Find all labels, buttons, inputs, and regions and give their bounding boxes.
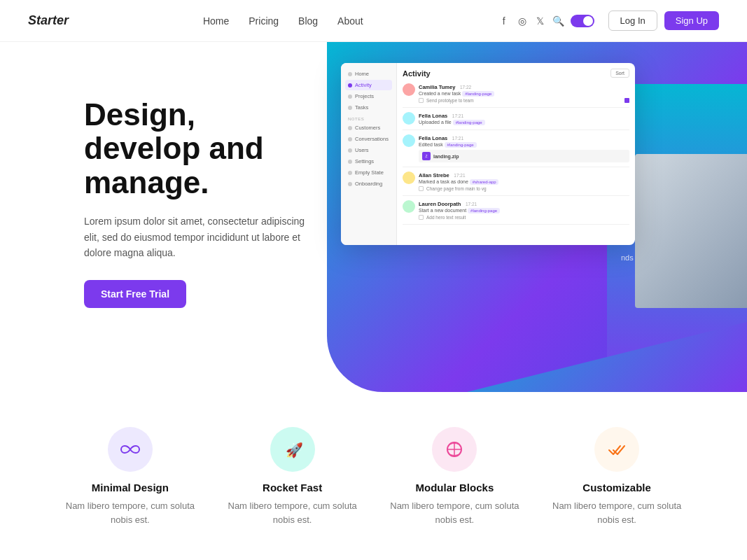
mock-sidebar-conversations: Conversations — [345, 134, 392, 144]
mock-activity-title: Activity — [403, 69, 431, 78]
mock-activity-text-3: Fella Lonas 17:21 Edited task #landing-p… — [419, 134, 629, 162]
mock-app: Home Activity Projects Tasks — [341, 63, 635, 245]
mock-user-4: Allan Strebe — [419, 172, 449, 178]
mock-sidebar-dot-8 — [348, 171, 352, 175]
features-section: Minimal Design Nam libero tempore, cum s… — [0, 378, 747, 560]
mock-activity-header-4: Allan Strebe 17:21 — [419, 172, 629, 178]
mock-sidebar-projects: Projects — [345, 91, 392, 102]
mock-main-content: Activity Sort Camilia Tumey 17:22 — [397, 63, 635, 245]
signup-button[interactable]: Sign Up — [664, 11, 719, 30]
facebook-icon[interactable]: f — [498, 15, 510, 27]
mock-checkbox[interactable] — [419, 98, 424, 103]
mock-user-3: Fella Lonas — [419, 135, 447, 141]
hero-title: Design, develop and manage. — [84, 98, 308, 200]
mock-sidebar-customers: Customers — [345, 122, 392, 133]
mock-purple-dot — [624, 98, 629, 103]
mock-time-5: 17:21 — [466, 202, 477, 206]
nav-pricing[interactable]: Pricing — [249, 15, 279, 27]
mock-sidebar-dot-6 — [348, 148, 352, 153]
mock-tag-1: #landing-page — [462, 91, 494, 97]
mock-sidebar-dot-5 — [348, 137, 352, 141]
nav-about[interactable]: About — [337, 15, 363, 27]
mock-activity-item-4: Allan Strebe 17:21 Marked a task as done… — [403, 172, 629, 196]
nav-home[interactable]: Home — [203, 15, 229, 27]
mock-sidebar-section: NOTES — [348, 117, 392, 121]
twitter-icon[interactable]: 𝕏 — [534, 15, 547, 27]
mock-sidebar-onboarding: Onboarding — [345, 178, 392, 189]
mock-activity-header: Camilia Tumey 17:22 — [419, 83, 629, 90]
theme-toggle[interactable] — [571, 15, 594, 27]
rocket-icon: 🚀 — [283, 440, 302, 459]
mock-desc-5: Start a new document #landing-page — [419, 208, 629, 214]
feature-desc-modular: Nam libero tempore, cum soluta nobis est… — [388, 499, 522, 526]
mock-checkbox-3[interactable] — [419, 215, 424, 220]
mock-header: Activity Sort — [403, 69, 629, 78]
instagram-icon[interactable]: ◎ — [516, 15, 529, 27]
feature-title-modular: Modular Blocks — [416, 482, 494, 493]
mock-sidebar-home: Home — [345, 69, 392, 79]
mock-avatar-4 — [403, 172, 415, 184]
social-icons: f ◎ 𝕏 🔍 — [498, 15, 597, 27]
mock-action-text-3: Add hero text result — [426, 215, 466, 220]
mock-user-2: Fella Lonas — [419, 113, 447, 119]
mock-sidebar-empty: Empty State — [345, 167, 392, 178]
mock-file-name: landing.zip — [433, 154, 459, 159]
mock-activity-item-1: Camilia Tumey 17:22 Created a new task #… — [403, 83, 629, 108]
mock-activity-header-5: Lauren Doorpath 17:21 — [419, 200, 629, 207]
mock-activity-text-5: Lauren Doorpath 17:21 Start a new docume… — [419, 200, 629, 220]
mock-time-4: 17:21 — [454, 173, 465, 178]
mock-tag-5: #landing-page — [468, 208, 500, 214]
brand-logo: Starter — [28, 13, 69, 28]
feature-desc-custom: Nam libero tempore, cum soluta nobis est… — [550, 499, 684, 526]
mock-activity-text-1: Camilia Tumey 17:22 Created a new task #… — [419, 83, 629, 103]
check-double-icon — [607, 440, 627, 459]
mock-activity-text-2: Fella Lonas 17:21 Uploaded a file #landi… — [419, 112, 629, 125]
mock-user-5: Lauren Doorpath — [419, 201, 461, 207]
mock-activity-item-3: Fella Lonas 17:21 Edited task #landing-p… — [403, 134, 629, 167]
feature-icon-rocket: 🚀 — [270, 427, 315, 472]
mock-activity-item-2: Fella Lonas 17:21 Uploaded a file #landi… — [403, 112, 629, 130]
feature-desc-rocket: Nam libero tempore, cum soluta nobis est… — [225, 499, 360, 526]
mock-activity-text-4: Allan Strebe 17:21 Marked a task as done… — [419, 172, 629, 191]
feature-modular-blocks: Modular Blocks Nam libero tempore, cum s… — [381, 420, 529, 533]
search-icon[interactable]: 🔍 — [552, 15, 565, 27]
feature-icon-custom — [594, 427, 639, 472]
mock-time-2: 17:21 — [452, 113, 463, 118]
feature-rocket-fast: 🚀 Rocket Fast Nam libero tempore, cum so… — [218, 420, 367, 533]
mock-avatar-1 — [403, 83, 415, 96]
mock-checkbox-2[interactable] — [419, 186, 424, 191]
feature-icon-minimal — [108, 427, 153, 472]
mock-sort-button[interactable]: Sort — [610, 69, 629, 78]
mock-avatar-5 — [403, 200, 415, 213]
person-silhouette — [635, 154, 747, 308]
start-trial-button[interactable]: Start Free Trial — [84, 280, 186, 308]
mock-desc-4: Marked a task as done #shared-app — [419, 179, 629, 185]
mock-sidebar-tasks: Tasks — [345, 102, 392, 113]
mock-sidebar-activity: Activity — [345, 80, 392, 90]
main-area: Design, develop and manage. Lorem ipsum … — [0, 42, 747, 378]
mock-avatar-3 — [403, 134, 415, 147]
mock-sidebar-users: Users — [345, 145, 392, 155]
mock-desc-3: Edited task #landing-page — [419, 142, 629, 148]
person-image — [635, 154, 747, 308]
mock-tag-2: #landing-page — [453, 120, 485, 125]
login-button[interactable]: Log In — [608, 10, 657, 31]
mock-sidebar-dot-2 — [348, 94, 352, 99]
mock-action-text: Send prototype to team — [426, 98, 474, 103]
mock-sidebar-dot-3 — [348, 106, 352, 110]
mock-activity-item-5: Lauren Doorpath 17:21 Start a new docume… — [403, 200, 629, 225]
mock-avatar-2 — [403, 112, 415, 125]
mock-file-row: Z landing.zip — [419, 150, 629, 162]
mock-sidebar: Home Activity Projects Tasks — [341, 63, 397, 245]
mock-sidebar-dot-9 — [348, 182, 352, 186]
mock-checkbox-row-3: Add hero text result — [419, 215, 629, 220]
mock-sidebar-dot-active — [348, 83, 352, 88]
feature-title-custom: Customizable — [582, 482, 651, 493]
mock-user-1: Camilia Tumey — [419, 84, 455, 90]
hero-content: Design, develop and manage. Lorem ipsum … — [84, 84, 308, 308]
mock-activity-header-2: Fella Lonas 17:21 — [419, 112, 629, 119]
mock-action-text-2: Change page from main to vg — [426, 186, 487, 191]
infinity-icon — [120, 440, 140, 459]
nav-blog[interactable]: Blog — [298, 15, 318, 27]
navbar-right: f ◎ 𝕏 🔍 Log In Sign Up — [498, 10, 719, 31]
